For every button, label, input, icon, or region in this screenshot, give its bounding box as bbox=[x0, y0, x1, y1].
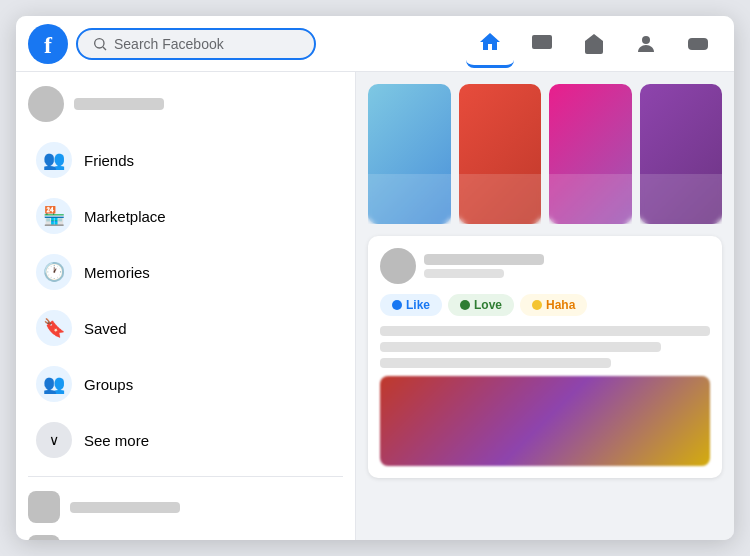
sidebar: 👥 Friends 🏪 Marketplace 🕐 Memories 🔖 Sav… bbox=[16, 72, 356, 540]
svg-point-3 bbox=[642, 36, 650, 44]
story-overlay bbox=[459, 174, 542, 224]
memories-icon: 🕐 bbox=[36, 254, 72, 290]
reaction-haha-label: Haha bbox=[546, 298, 575, 312]
post-header bbox=[380, 248, 710, 284]
reaction-dot bbox=[392, 300, 402, 310]
sidebar-item-friends[interactable]: 👥 Friends bbox=[24, 132, 347, 188]
story-card[interactable] bbox=[368, 84, 451, 224]
sidebar-profile[interactable] bbox=[16, 80, 355, 128]
main-content: 👥 Friends 🏪 Marketplace 🕐 Memories 🔖 Sav… bbox=[16, 72, 734, 540]
sidebar-item-memories[interactable]: 🕐 Memories bbox=[24, 244, 347, 300]
search-placeholder-text: Search Facebook bbox=[114, 36, 224, 52]
post-text-line bbox=[380, 342, 661, 352]
post-image bbox=[380, 376, 710, 466]
nav-gaming-button[interactable] bbox=[674, 20, 722, 68]
see-more-label: See more bbox=[84, 432, 149, 449]
story-overlay bbox=[549, 174, 632, 224]
nav-profile-button[interactable] bbox=[622, 20, 670, 68]
saved-icon: 🔖 bbox=[36, 310, 72, 346]
nav-marketplace-button[interactable] bbox=[570, 20, 618, 68]
sidebar-item-label: Marketplace bbox=[84, 208, 166, 225]
avatar bbox=[28, 86, 64, 122]
story-overlay bbox=[368, 174, 451, 224]
svg-point-0 bbox=[95, 38, 104, 47]
shortcut-avatar bbox=[28, 491, 60, 523]
post-card: Like Love Haha bbox=[368, 236, 722, 478]
post-text-line bbox=[380, 326, 710, 336]
story-card[interactable] bbox=[549, 84, 632, 224]
marketplace-icon: 🏪 bbox=[36, 198, 72, 234]
reaction-haha-button[interactable]: Haha bbox=[520, 294, 587, 316]
nav-watch-button[interactable] bbox=[518, 20, 566, 68]
nav-home-button[interactable] bbox=[466, 20, 514, 68]
sidebar-item-saved[interactable]: 🔖 Saved bbox=[24, 300, 347, 356]
reaction-love-button[interactable]: Love bbox=[448, 294, 514, 316]
search-bar[interactable]: Search Facebook bbox=[76, 28, 316, 60]
stories-row bbox=[368, 84, 722, 224]
groups-icon: 👥 bbox=[36, 366, 72, 402]
post-author-name bbox=[424, 254, 544, 265]
reaction-love-label: Love bbox=[474, 298, 502, 312]
feed-area: Like Love Haha bbox=[356, 72, 734, 540]
sidebar-divider bbox=[28, 476, 343, 477]
sidebar-item-label: Memories bbox=[84, 264, 150, 281]
story-overlay bbox=[640, 174, 723, 224]
sidebar-item-label: Saved bbox=[84, 320, 127, 337]
svg-rect-2 bbox=[532, 35, 552, 49]
nav-icon-group bbox=[466, 20, 722, 68]
svg-line-1 bbox=[103, 47, 106, 50]
reaction-like-label: Like bbox=[406, 298, 430, 312]
reaction-row: Like Love Haha bbox=[380, 294, 710, 316]
sidebar-item-label: Friends bbox=[84, 152, 134, 169]
post-timestamp bbox=[424, 269, 504, 278]
search-icon bbox=[92, 36, 108, 52]
story-card[interactable] bbox=[459, 84, 542, 224]
shortcut-item[interactable] bbox=[28, 529, 343, 540]
sidebar-item-label: Groups bbox=[84, 376, 133, 393]
browser-window: f Search Facebook bbox=[16, 16, 734, 540]
facebook-logo[interactable]: f bbox=[28, 24, 68, 64]
see-more-button[interactable]: ∨ See more bbox=[24, 412, 347, 468]
reaction-dot bbox=[460, 300, 470, 310]
post-avatar bbox=[380, 248, 416, 284]
sidebar-item-groups[interactable]: 👥 Groups bbox=[24, 356, 347, 412]
friends-icon: 👥 bbox=[36, 142, 72, 178]
svg-rect-4 bbox=[688, 38, 708, 50]
sidebar-item-marketplace[interactable]: 🏪 Marketplace bbox=[24, 188, 347, 244]
shortcut-avatar bbox=[28, 535, 60, 540]
sidebar-shortcuts bbox=[16, 485, 355, 540]
reaction-dot bbox=[532, 300, 542, 310]
shortcut-name bbox=[70, 502, 180, 513]
post-text-line bbox=[380, 358, 611, 368]
shortcut-item[interactable] bbox=[28, 485, 343, 529]
profile-name bbox=[74, 98, 164, 110]
top-navigation: f Search Facebook bbox=[16, 16, 734, 72]
story-card[interactable] bbox=[640, 84, 723, 224]
reaction-like-button[interactable]: Like bbox=[380, 294, 442, 316]
chevron-down-icon: ∨ bbox=[36, 422, 72, 458]
